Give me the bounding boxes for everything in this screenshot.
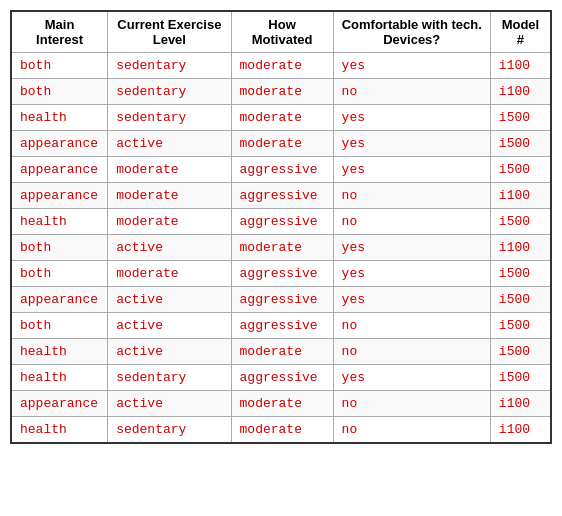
table-cell: i500 bbox=[490, 287, 551, 313]
table-cell: no bbox=[333, 183, 490, 209]
table-cell: i500 bbox=[490, 365, 551, 391]
table-cell: yes bbox=[333, 105, 490, 131]
table-cell: no bbox=[333, 79, 490, 105]
table-cell: sedentary bbox=[108, 105, 231, 131]
table-row: healthsedentarymoderatenoi100 bbox=[11, 417, 551, 444]
col-exercise-level: Current Exercise Level bbox=[108, 11, 231, 53]
table-cell: yes bbox=[333, 131, 490, 157]
table-cell: aggressive bbox=[231, 209, 333, 235]
table-cell: aggressive bbox=[231, 261, 333, 287]
table-cell: moderate bbox=[231, 235, 333, 261]
table-cell: yes bbox=[333, 53, 490, 79]
table-cell: moderate bbox=[108, 183, 231, 209]
table-cell: i100 bbox=[490, 235, 551, 261]
table-cell: both bbox=[11, 79, 108, 105]
table-cell: i100 bbox=[490, 53, 551, 79]
table-cell: appearance bbox=[11, 157, 108, 183]
table-cell: moderate bbox=[108, 261, 231, 287]
table-cell: i100 bbox=[490, 79, 551, 105]
table-cell: moderate bbox=[231, 79, 333, 105]
table-cell: yes bbox=[333, 235, 490, 261]
table-cell: i100 bbox=[490, 391, 551, 417]
table-cell: health bbox=[11, 339, 108, 365]
table-cell: both bbox=[11, 235, 108, 261]
table-cell: moderate bbox=[231, 339, 333, 365]
col-how-motivated: How Motivated bbox=[231, 11, 333, 53]
table-row: bothactivemoderateyesi100 bbox=[11, 235, 551, 261]
table-cell: i500 bbox=[490, 313, 551, 339]
table-cell: health bbox=[11, 417, 108, 444]
table-cell: moderate bbox=[231, 391, 333, 417]
header-row: Main Interest Current Exercise Level How… bbox=[11, 11, 551, 53]
table-cell: active bbox=[108, 235, 231, 261]
table-cell: active bbox=[108, 131, 231, 157]
table-cell: no bbox=[333, 391, 490, 417]
table-row: appearancemoderateaggressiveyesi500 bbox=[11, 157, 551, 183]
table-cell: both bbox=[11, 261, 108, 287]
table-cell: aggressive bbox=[231, 365, 333, 391]
table-cell: appearance bbox=[11, 391, 108, 417]
table-cell: both bbox=[11, 313, 108, 339]
table-cell: i100 bbox=[490, 183, 551, 209]
table-cell: aggressive bbox=[231, 287, 333, 313]
table-cell: aggressive bbox=[231, 313, 333, 339]
col-main-interest: Main Interest bbox=[11, 11, 108, 53]
table-row: bothsedentarymoderatenoi100 bbox=[11, 79, 551, 105]
table-row: appearancemoderateaggressivenoi100 bbox=[11, 183, 551, 209]
table-cell: no bbox=[333, 339, 490, 365]
table-cell: appearance bbox=[11, 287, 108, 313]
data-table: Main Interest Current Exercise Level How… bbox=[10, 10, 552, 444]
table-cell: no bbox=[333, 209, 490, 235]
col-comfortable-tech: Comfortable with tech. Devices? bbox=[333, 11, 490, 53]
table-cell: moderate bbox=[231, 53, 333, 79]
table-cell: appearance bbox=[11, 131, 108, 157]
table-cell: sedentary bbox=[108, 365, 231, 391]
table-cell: moderate bbox=[231, 105, 333, 131]
table-cell: sedentary bbox=[108, 79, 231, 105]
table-row: appearanceactiveaggressiveyesi500 bbox=[11, 287, 551, 313]
table-cell: moderate bbox=[108, 209, 231, 235]
table-row: appearanceactivemoderatenoi100 bbox=[11, 391, 551, 417]
table-row: healthactivemoderatenoi500 bbox=[11, 339, 551, 365]
table-row: bothactiveaggressivenoi500 bbox=[11, 313, 551, 339]
table-cell: no bbox=[333, 313, 490, 339]
table-cell: i500 bbox=[490, 131, 551, 157]
table-cell: active bbox=[108, 391, 231, 417]
table-cell: aggressive bbox=[231, 157, 333, 183]
table-row: healthmoderateaggressivenoi500 bbox=[11, 209, 551, 235]
table-row: healthsedentaryaggressiveyesi500 bbox=[11, 365, 551, 391]
table-cell: yes bbox=[333, 261, 490, 287]
table-cell: yes bbox=[333, 287, 490, 313]
table-cell: health bbox=[11, 365, 108, 391]
table-cell: aggressive bbox=[231, 183, 333, 209]
table-cell: health bbox=[11, 105, 108, 131]
table-cell: no bbox=[333, 417, 490, 444]
col-model: Model # bbox=[490, 11, 551, 53]
table-cell: sedentary bbox=[108, 53, 231, 79]
table-row: bothsedentarymoderateyesi100 bbox=[11, 53, 551, 79]
table-cell: active bbox=[108, 313, 231, 339]
table-cell: i500 bbox=[490, 339, 551, 365]
table-cell: i500 bbox=[490, 157, 551, 183]
table-cell: sedentary bbox=[108, 417, 231, 444]
table-cell: appearance bbox=[11, 183, 108, 209]
table-cell: health bbox=[11, 209, 108, 235]
table-cell: active bbox=[108, 287, 231, 313]
table-row: appearanceactivemoderateyesi500 bbox=[11, 131, 551, 157]
table-cell: i500 bbox=[490, 105, 551, 131]
table-cell: yes bbox=[333, 157, 490, 183]
table-row: healthsedentarymoderateyesi500 bbox=[11, 105, 551, 131]
table-row: bothmoderateaggressiveyesi500 bbox=[11, 261, 551, 287]
table-cell: yes bbox=[333, 365, 490, 391]
table-cell: i500 bbox=[490, 209, 551, 235]
table-cell: moderate bbox=[231, 417, 333, 444]
table-cell: i100 bbox=[490, 417, 551, 444]
table-cell: both bbox=[11, 53, 108, 79]
table-cell: moderate bbox=[108, 157, 231, 183]
table-cell: active bbox=[108, 339, 231, 365]
table-cell: i500 bbox=[490, 261, 551, 287]
table-cell: moderate bbox=[231, 131, 333, 157]
